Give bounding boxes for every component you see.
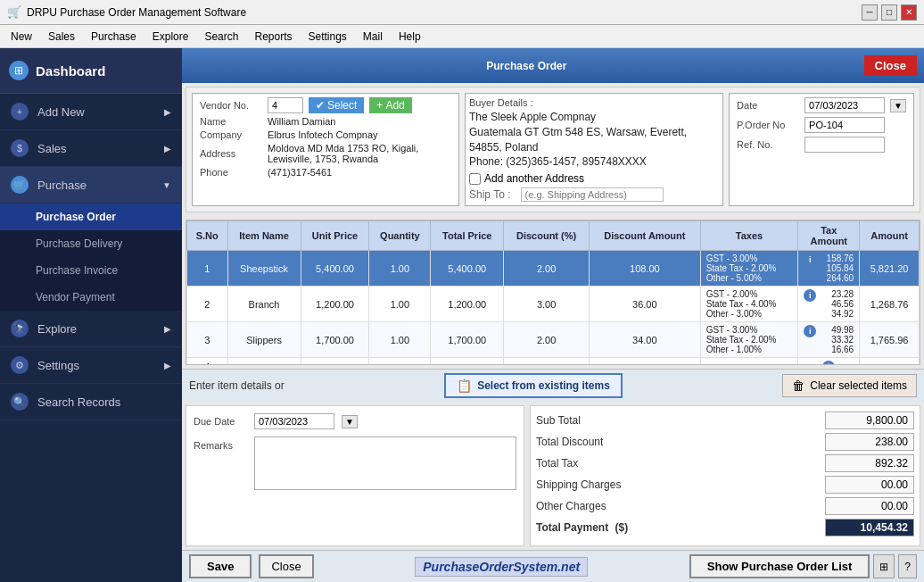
info-icon[interactable]: i <box>804 254 816 266</box>
cell-discount-amt: 34.00 <box>590 322 701 358</box>
col-quantity: Quantity <box>369 221 431 251</box>
po-no-input[interactable] <box>804 117 885 133</box>
clear-icon: 🗑 <box>792 378 804 393</box>
cell-unit-price <box>301 358 369 365</box>
menu-new[interactable]: New <box>4 28 39 46</box>
cell-total-price <box>431 358 504 365</box>
select-existing-button[interactable]: 📋 Select from existing items <box>444 373 623 398</box>
menu-mail[interactable]: Mail <box>356 28 390 46</box>
vendor-company-label: Company <box>200 129 262 140</box>
window-controls[interactable]: ─ □ ✕ <box>862 4 917 21</box>
summary-section: Sub Total 9,800.00 Total Discount 238.00… <box>530 405 920 546</box>
sidebar-header[interactable]: ⊞ Dashboard <box>0 48 182 94</box>
ref-no-label: Ref. No. <box>737 139 799 150</box>
other-charges-label: Other Charges <box>536 500 661 512</box>
due-date-label: Due Date <box>194 416 247 427</box>
app-icon: 🛒 <box>7 5 21 19</box>
save-button[interactable]: Save <box>189 554 252 578</box>
menu-bar: New Sales Purchase Explore Search Report… <box>0 25 924 48</box>
col-discount-pct: Discount (%) <box>504 221 590 251</box>
sidebar-item-sales[interactable]: $ Sales ▶ <box>0 130 182 167</box>
cell-unit-price: 1,700.00 <box>301 322 369 358</box>
cell-discount-pct: 3.00 <box>504 287 590 322</box>
vendor-name-row: Name William Damian <box>200 116 451 127</box>
ref-no-input[interactable] <box>804 137 885 153</box>
date-dropdown-button[interactable]: ▼ <box>890 99 906 112</box>
table-row[interactable]: 2 Branch 1,200.00 1.00 1,200.00 3.00 36.… <box>187 287 920 322</box>
order-details-section: Date ▼ P.Order No Ref. No. <box>729 93 914 206</box>
add-address-row: Add another Address <box>469 172 719 185</box>
menu-sales[interactable]: Sales <box>41 28 82 46</box>
cell-tax-amount: i 158.76105.84264.60 <box>798 251 860 287</box>
sidebar-item-add-new[interactable]: + Add New ▶ <box>0 94 182 130</box>
due-date-row: Due Date ▼ <box>194 413 516 429</box>
sidebar-item-purchase-label: Purchase <box>37 179 87 192</box>
title-bar-left: 🛒 DRPU Purchase Order Management Softwar… <box>7 5 246 19</box>
remarks-textarea[interactable] <box>254 436 516 490</box>
sidebar-item-explore[interactable]: 🔭 Explore ▶ <box>0 311 182 347</box>
maximize-button[interactable]: □ <box>881 4 897 21</box>
bottom-section: Due Date ▼ Remarks Sub Total 9,800.00 To… <box>186 405 920 546</box>
sub-total-label: Sub Total <box>536 414 661 427</box>
settings-icon: ⚙ <box>11 356 29 374</box>
help-button[interactable]: ? <box>898 554 917 578</box>
vendor-no-input[interactable] <box>268 97 303 113</box>
ship-to-input[interactable] <box>521 187 664 202</box>
sidebar-item-purchase-order[interactable]: Purchase Order <box>0 204 182 230</box>
col-taxes: Taxes <box>700 221 798 251</box>
date-label: Date <box>737 100 799 111</box>
page-close-button[interactable]: Close <box>864 55 917 76</box>
sidebar-item-vendor-payment[interactable]: Vendor Payment <box>0 284 182 311</box>
add-address-checkbox[interactable] <box>469 173 481 185</box>
purchase-submenu: Purchase Order Purchase Delivery Purchas… <box>0 204 182 311</box>
menu-purchase[interactable]: Purchase <box>84 28 144 46</box>
table-row[interactable]: 4 i <box>187 358 920 365</box>
vendor-add-button[interactable]: + Add <box>369 97 411 113</box>
col-tax-amount: TaxAmount <box>798 221 860 251</box>
info-icon[interactable]: i <box>804 325 816 337</box>
grid-view-button[interactable]: ⊞ <box>873 554 895 578</box>
due-date-input[interactable] <box>254 413 334 429</box>
cell-sno: 2 <box>187 287 228 322</box>
page-header: Purchase Order Close <box>182 48 924 83</box>
col-discount-amt: Discount Amount <box>590 221 701 251</box>
close-window-button[interactable]: ✕ <box>901 4 917 21</box>
cell-total-price: 1,700.00 <box>431 322 504 358</box>
vendor-name-label: Name <box>200 116 262 127</box>
menu-search[interactable]: Search <box>197 28 245 46</box>
explore-arrow: ▶ <box>164 324 171 334</box>
menu-reports[interactable]: Reports <box>247 28 299 46</box>
menu-explore[interactable]: Explore <box>145 28 196 46</box>
vendor-phone-label: Phone <box>200 167 262 178</box>
minimize-button[interactable]: ─ <box>862 4 878 21</box>
info-icon[interactable]: i <box>804 289 816 302</box>
due-date-dropdown-button[interactable]: ▼ <box>342 415 358 428</box>
date-input[interactable] <box>804 97 885 113</box>
sidebar-item-purchase-delivery[interactable]: Purchase Delivery <box>0 230 182 257</box>
table-row[interactable]: 1 Sheepstick 5,400.00 1.00 5,400.00 2.00… <box>187 251 920 287</box>
total-tax-value: 892.32 <box>825 454 914 472</box>
select-existing-icon: 📋 <box>457 378 472 393</box>
date-row: Date ▼ <box>737 97 906 113</box>
other-charges-value: 00.00 <box>825 497 914 515</box>
vendor-select-button[interactable]: ✔ Select <box>309 97 364 113</box>
add-new-icon: + <box>11 103 29 121</box>
total-payment-row: Total Payment ($) 10,454.32 <box>536 519 914 536</box>
clear-items-button[interactable]: 🗑 Clear selected items <box>782 374 917 397</box>
sidebar-item-search-records[interactable]: 🔍 Search Records <box>0 384 182 420</box>
info-icon[interactable]: i <box>822 361 835 365</box>
table-row[interactable]: 3 Slippers 1,700.00 1.00 1,700.00 2.00 3… <box>187 322 920 358</box>
menu-settings[interactable]: Settings <box>301 28 354 46</box>
sidebar-item-purchase[interactable]: 🛒 Purchase ▼ <box>0 167 182 204</box>
show-po-list-button[interactable]: Show Purchase Order List <box>689 554 870 578</box>
enter-item-label: Enter item details or <box>189 379 285 392</box>
remarks-row: Remarks <box>194 436 516 490</box>
footer-close-button[interactable]: Close <box>259 554 313 578</box>
menu-help[interactable]: Help <box>392 28 428 46</box>
cell-discount-amt: 108.00 <box>590 251 701 287</box>
cell-taxes <box>700 358 798 365</box>
sidebar-item-settings[interactable]: ⚙ Settings ▶ <box>0 347 182 384</box>
sidebar-item-purchase-invoice[interactable]: Purchase Invoice <box>0 257 182 284</box>
purchase-icon: 🛒 <box>11 176 29 194</box>
cell-discount-pct: 2.00 <box>504 251 590 287</box>
